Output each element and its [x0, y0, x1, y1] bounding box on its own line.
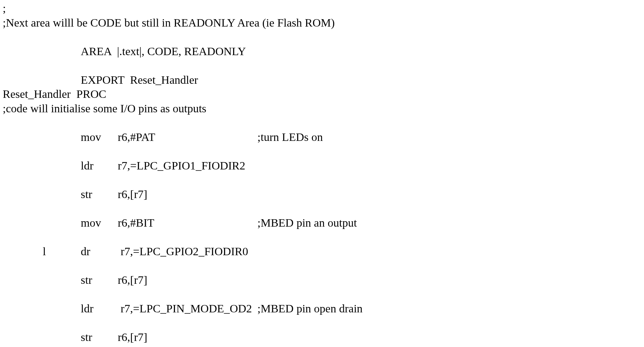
col-op: mov	[81, 130, 118, 145]
code-line-11: ldr r7,=LPC_GPIO2_FIODIR0	[3, 230, 641, 259]
col-op: mov	[81, 216, 118, 230]
col-arg: |.text|, CODE, READONLY	[117, 45, 246, 57]
col-arg: r6,#PAT	[118, 130, 257, 145]
col-arg: r7,=LPC_GPIO2_FIODIR0	[118, 244, 257, 259]
code-line-7: movr6,#PAT;turn LEDs on	[3, 116, 641, 144]
col-arg: r6,#BIT	[118, 216, 257, 230]
col-arg: r6,[r7]	[118, 330, 257, 345]
col-arg: r7,=LPC_PIN_MODE_OD2	[118, 302, 257, 316]
col-arg: Reset_Handler	[130, 74, 198, 86]
col-op: ldr	[81, 302, 118, 316]
col-op: ldr	[81, 159, 118, 173]
col-comment: ;turn LEDs on	[257, 130, 323, 145]
code-line-15: ;	[3, 344, 641, 347]
col-op: EXPORT	[81, 74, 124, 86]
col-op: dr	[81, 244, 118, 259]
col-indent: l	[8, 244, 81, 259]
col-comment: ;MBED pin open drain	[257, 302, 363, 316]
spacer	[111, 45, 117, 57]
code-line-9: strr6,[r7]	[3, 173, 641, 201]
col-op: str	[81, 273, 118, 287]
code-line-4: EXPORT Reset_Handler	[3, 59, 641, 87]
code-line-3: AREA |.text|, CODE, READONLY	[3, 30, 641, 59]
spacer	[124, 74, 130, 86]
col-arg: r6,[r7]	[118, 187, 257, 202]
code-line-5: Reset_Handler PROC	[3, 87, 641, 102]
col-arg: r6,[r7]	[118, 273, 257, 287]
col-arg: r7,=LPC_GPIO1_FIODIR2	[118, 159, 257, 173]
code-line-2: ;Next area willl be CODE but still in RE…	[3, 16, 641, 30]
code-line-10: movr6,#BIT;MBED pin an output	[3, 201, 641, 230]
code-line-12: strr6,[r7]	[3, 259, 641, 287]
code-line-13: ldr r7,=LPC_PIN_MODE_OD2;MBED pin open d…	[3, 287, 641, 316]
code-line-14: strr6,[r7]	[3, 316, 641, 344]
col-op: str	[81, 330, 118, 345]
code-line-6: ;code will initialise some I/O pins as o…	[3, 102, 641, 116]
col-op: str	[81, 187, 118, 202]
code-line-1: ;	[3, 1, 641, 16]
col-comment: ;MBED pin an output	[257, 216, 357, 230]
col-op: AREA	[81, 45, 111, 57]
code-line-8: ldrr7,=LPC_GPIO1_FIODIR2	[3, 144, 641, 173]
